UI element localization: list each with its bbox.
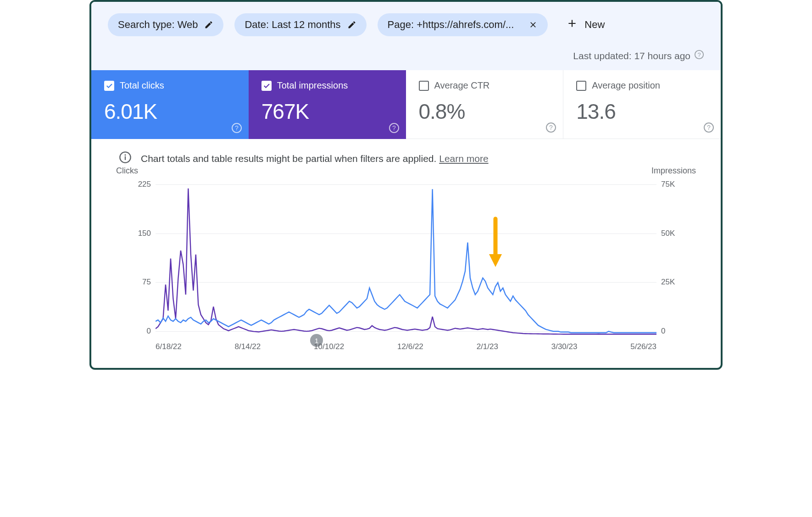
series-clicks (156, 189, 656, 333)
metric-average-ctr[interactable]: Average CTR 0.8% ? (406, 70, 564, 139)
metric-value: 767K (261, 99, 393, 124)
y-left-tick: 150 (133, 229, 151, 238)
svg-text:?: ? (235, 124, 239, 132)
svg-text:?: ? (392, 124, 396, 132)
info-text-content: Chart totals and table results might be … (141, 153, 436, 164)
close-icon[interactable] (528, 20, 538, 29)
learn-more-link[interactable]: Learn more (439, 153, 488, 164)
x-tick: 2/1/23 (477, 342, 498, 351)
metric-label: Total clicks (120, 80, 164, 91)
metric-value: 6.01K (104, 99, 236, 124)
y-right-tick: 75K (661, 180, 684, 189)
y-left-tick: 75 (133, 278, 151, 287)
x-tick: 12/6/22 (397, 342, 423, 351)
y-right-tick: 50K (661, 229, 684, 238)
metric-value: 0.8% (419, 99, 551, 124)
chart: Clicks Impressions 075150225 025K50K75K … (91, 171, 721, 368)
svg-text:?: ? (707, 124, 711, 131)
metric-value: 13.6 (576, 99, 708, 124)
edit-icon (347, 20, 356, 29)
filter-search-type[interactable]: Search type: Web (108, 13, 223, 36)
svg-text:?: ? (697, 51, 701, 58)
metric-head: Average position (576, 80, 708, 91)
help-icon[interactable]: ? (703, 122, 714, 133)
filter-search-type-label: Search type: Web (118, 19, 198, 31)
y-right-tick: 25K (661, 278, 684, 287)
metrics-row: Total clicks 6.01K ? Total impressions 7… (91, 70, 721, 139)
gsc-performance-panel: Search type: Web Date: Last 12 months Pa… (89, 0, 723, 370)
filter-date-label: Date: Last 12 months (245, 19, 340, 31)
filters-header: Search type: Web Date: Last 12 months Pa… (91, 2, 721, 70)
help-icon[interactable]: ? (231, 122, 242, 133)
down-arrow-annotation-icon (486, 217, 505, 272)
filter-page[interactable]: Page: +https://ahrefs.com/... (378, 13, 548, 36)
y-axis-left-label: Clicks (116, 166, 138, 176)
x-tick: 3/30/23 (551, 342, 578, 351)
metric-label: Total impressions (277, 80, 348, 91)
checkbox-unchecked-icon (576, 81, 586, 91)
new-label: New (584, 19, 605, 31)
help-icon[interactable]: ? (545, 122, 556, 133)
y-left-tick: 0 (133, 327, 151, 336)
metric-total-clicks[interactable]: Total clicks 6.01K ? (91, 70, 249, 139)
x-tick: 5/26/23 (630, 342, 656, 351)
filter-date[interactable]: Date: Last 12 months (234, 13, 366, 36)
series-impressions (156, 189, 656, 334)
info-icon (119, 151, 132, 166)
chart-lines (156, 184, 656, 335)
add-filter-button[interactable]: New (559, 13, 612, 37)
x-tick: 8/14/22 (235, 342, 261, 351)
metric-average-position[interactable]: Average position 13.6 ? (563, 70, 721, 139)
filter-page-label: Page: +https://ahrefs.com/... (388, 19, 514, 31)
last-updated: Last updated: 17 hours ago ? (108, 50, 704, 62)
checkbox-checked-icon (261, 81, 272, 91)
edit-icon (204, 20, 213, 29)
metric-total-impressions[interactable]: Total impressions 767K ? (249, 70, 406, 139)
info-row: Chart totals and table results might be … (91, 139, 721, 171)
svg-text:?: ? (549, 124, 553, 131)
help-icon[interactable]: ? (389, 122, 400, 133)
x-tick: 10/10/22 (314, 342, 344, 351)
checkbox-unchecked-icon (419, 81, 429, 91)
x-axis-labels: 6/18/228/14/2210/10/2212/6/222/1/233/30/… (156, 342, 656, 351)
plus-icon (566, 17, 578, 32)
x-tick: 6/18/22 (156, 342, 182, 351)
help-icon[interactable]: ? (694, 50, 704, 62)
y-axis-right-label: Impressions (651, 166, 696, 176)
checkbox-checked-icon (104, 81, 114, 91)
metric-label: Average position (592, 80, 660, 91)
metric-label: Average CTR (434, 80, 490, 91)
info-text: Chart totals and table results might be … (141, 153, 489, 164)
filter-row: Search type: Web Date: Last 12 months Pa… (108, 13, 704, 37)
metric-head: Total clicks (104, 80, 236, 91)
metric-head: Total impressions (261, 80, 393, 91)
last-updated-text: Last updated: 17 hours ago (573, 50, 690, 61)
y-left-tick: 225 (133, 180, 151, 189)
y-right-tick: 0 (661, 327, 684, 336)
svg-point-11 (124, 154, 126, 156)
chart-area: Clicks Impressions 075150225 025K50K75K … (114, 184, 698, 350)
svg-rect-12 (125, 156, 126, 160)
metric-head: Average CTR (419, 80, 551, 91)
